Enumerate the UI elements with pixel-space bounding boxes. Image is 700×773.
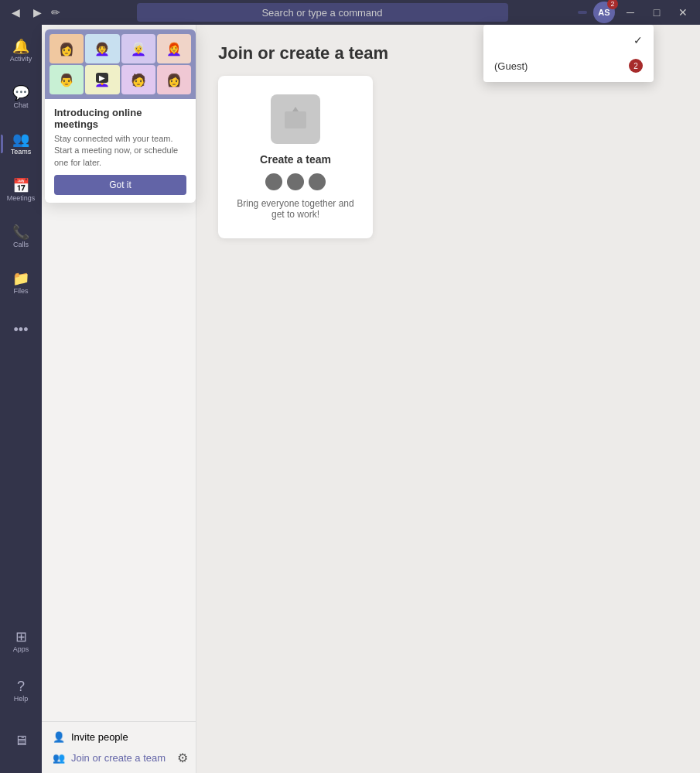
svg-rect-0 xyxy=(285,111,306,128)
avatar-8: 👩 xyxy=(157,65,191,94)
app-body: 🔔 Activity 💬 Chat 👥 Teams 📅 Meetings 📞 C… xyxy=(0,25,700,773)
user-avatar-wrapper[interactable]: AS 2 xyxy=(593,2,615,23)
minimize-button[interactable]: ─ xyxy=(620,2,641,23)
help-icon: ? xyxy=(17,679,25,693)
sidebar-item-more[interactable]: ••• xyxy=(2,308,39,351)
account-dropdown: ✓ (Guest) 2 xyxy=(483,25,654,82)
sidebar-item-help[interactable]: ? Help xyxy=(2,669,39,713)
team-dots xyxy=(265,173,326,190)
avatar-3: 👩‍🦳 xyxy=(121,34,155,63)
gear-icon[interactable]: ⚙ xyxy=(177,751,188,765)
back-button[interactable]: ◀ xyxy=(6,3,25,22)
dropdown-item-2-label: (Guest) xyxy=(494,60,528,72)
team-icon xyxy=(271,94,320,144)
join-icon: 👥 xyxy=(53,752,65,764)
create-team-title: Create a team xyxy=(260,153,331,166)
join-or-create-button[interactable]: 👥 Join or create a team xyxy=(50,747,177,768)
avatar-5: 👨 xyxy=(50,65,84,94)
more-icon: ••• xyxy=(14,323,29,337)
teams-icon: 👥 xyxy=(12,132,29,146)
svg-marker-1 xyxy=(292,107,299,111)
user-name-tag xyxy=(578,11,587,14)
team-icon-svg xyxy=(282,105,309,133)
avatar-1: 👩 xyxy=(50,34,84,63)
sidebar-item-chat[interactable]: 💬 Chat xyxy=(2,76,39,119)
teams-panel: 👩 👩‍🦱 👩‍🦳 👩‍🦰 👨 👩‍🦲 🧑 👩 ▶ Introducing on… xyxy=(42,25,196,773)
sidebar-item-calls[interactable]: 📞 Calls xyxy=(2,215,39,258)
sidebar-label-apps: Apps xyxy=(13,645,29,653)
join-team-row: 👥 Join or create a team ⚙ xyxy=(50,747,188,768)
invite-icon: 👤 xyxy=(53,731,65,743)
nav-buttons: ◀ ▶ xyxy=(6,3,46,22)
search-placeholder: Search or type a command xyxy=(261,7,382,19)
video-icon: ▶ xyxy=(96,73,108,83)
device-icon: 🖥 xyxy=(14,734,28,747)
forward-button[interactable]: ▶ xyxy=(28,3,46,22)
main-content: Join or create a team Create a team Brin… xyxy=(196,25,700,773)
calls-icon: 📞 xyxy=(12,225,29,239)
dropdown-item-1[interactable]: ✓ xyxy=(483,28,654,53)
panel-bottom-bar: 👤 Invite people 👥 Join or create a team … xyxy=(42,721,196,773)
promo-card: 👩 👩‍🦱 👩‍🦳 👩‍🦰 👨 👩‍🦲 🧑 👩 ▶ Introducing on… xyxy=(45,29,196,203)
titlebar: ◀ ▶ ✏ Search or type a command AS 2 ─ □ … xyxy=(0,0,700,25)
activity-icon: 🔔 xyxy=(12,39,29,53)
promo-image-wrapper: 👩 👩‍🦱 👩‍🦳 👩‍🦰 👨 👩‍🦲 🧑 👩 ▶ xyxy=(45,29,196,99)
got-it-button[interactable]: Got it xyxy=(54,175,186,195)
sidebar: 🔔 Activity 💬 Chat 👥 Teams 📅 Meetings 📞 C… xyxy=(0,25,42,773)
sidebar-item-files[interactable]: 📁 Files xyxy=(2,262,39,305)
sidebar-item-meetings[interactable]: 📅 Meetings xyxy=(2,169,39,212)
meetings-icon: 📅 xyxy=(12,179,29,193)
join-label: Join or create a team xyxy=(71,752,166,764)
apps-icon: ⊞ xyxy=(15,630,27,644)
create-team-desc: Bring everyone together and get to work! xyxy=(237,198,354,220)
create-team-card[interactable]: Create a team Bring everyone together an… xyxy=(218,76,373,238)
promo-text: Stay connected with your team. Start a m… xyxy=(54,133,186,169)
invite-people-button[interactable]: 👤 Invite people xyxy=(50,727,188,747)
team-dot-1 xyxy=(265,173,282,190)
team-dot-3 xyxy=(309,173,326,190)
sidebar-item-apps[interactable]: ⊞ Apps xyxy=(2,620,39,663)
sidebar-label-activity: Activity xyxy=(10,55,32,63)
avatar-2: 👩‍🦱 xyxy=(85,34,119,63)
chat-icon: 💬 xyxy=(12,86,29,100)
sidebar-bottom: ⊞ Apps ? Help 🖥 xyxy=(2,618,39,773)
promo-body: Introducing online meetings Stay connect… xyxy=(45,99,196,203)
notification-badge: 2 xyxy=(607,0,618,9)
promo-image: 👩 👩‍🦱 👩‍🦳 👩‍🦰 👨 👩‍🦲 🧑 👩 xyxy=(45,29,196,99)
invite-label: Invite people xyxy=(71,731,128,743)
sidebar-label-teams: Teams xyxy=(11,148,32,156)
sidebar-label-files: Files xyxy=(13,287,28,295)
sidebar-item-device[interactable]: 🖥 xyxy=(2,719,39,762)
sidebar-label-help: Help xyxy=(14,695,29,703)
close-button[interactable]: ✕ xyxy=(672,2,694,23)
check-icon: ✓ xyxy=(633,34,643,46)
titlebar-left: ◀ ▶ ✏ xyxy=(6,3,67,22)
avatar-7: 🧑 xyxy=(121,65,155,94)
edit-icon: ✏ xyxy=(51,6,60,19)
dropdown-badge: 2 xyxy=(629,59,643,73)
maximize-button[interactable]: □ xyxy=(646,2,668,23)
sidebar-item-activity[interactable]: 🔔 Activity xyxy=(2,29,39,73)
sidebar-item-teams[interactable]: 👥 Teams xyxy=(2,122,39,166)
sidebar-label-chat: Chat xyxy=(13,101,28,109)
files-icon: 📁 xyxy=(12,272,29,286)
titlebar-right: AS 2 ─ □ ✕ xyxy=(578,2,694,23)
promo-title: Introducing online meetings xyxy=(54,107,186,130)
sidebar-label-meetings: Meetings xyxy=(7,194,36,202)
avatar-4: 👩‍🦰 xyxy=(157,34,191,63)
dropdown-item-2[interactable]: (Guest) 2 xyxy=(483,53,654,79)
team-dot-2 xyxy=(287,173,304,190)
sidebar-label-calls: Calls xyxy=(13,241,29,248)
search-bar[interactable]: Search or type a command xyxy=(137,3,508,22)
